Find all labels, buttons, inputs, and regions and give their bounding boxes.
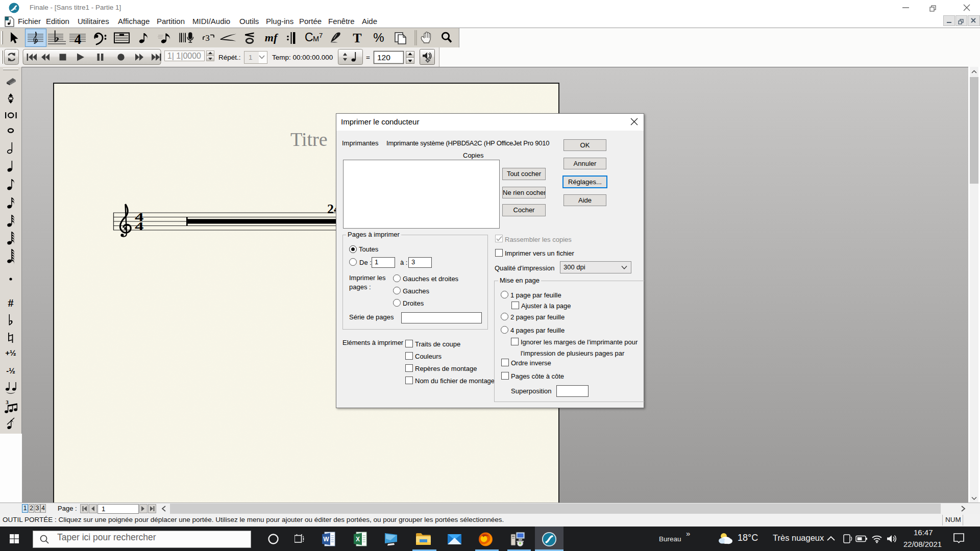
svg-text:1| 1|0000: 1| 1|0000 xyxy=(167,52,201,60)
svg-text:%: % xyxy=(373,31,384,44)
svg-text:-½: -½ xyxy=(6,366,15,375)
svg-text:W: W xyxy=(323,536,329,543)
svg-text:=: = xyxy=(366,54,370,61)
svg-text:Temp: 00:00:00.000: Temp: 00:00:00.000 xyxy=(272,54,333,61)
svg-text:4: 4 xyxy=(135,220,144,233)
svg-text:120: 120 xyxy=(377,53,390,62)
svg-text:C: C xyxy=(305,31,313,44)
svg-text:3: 3 xyxy=(6,399,9,405)
svg-text:mf: mf xyxy=(265,31,279,44)
svg-text:T: T xyxy=(353,31,361,45)
svg-text:4: 4 xyxy=(75,32,82,47)
svg-text:#: # xyxy=(8,296,14,309)
svg-text:Répét.:: Répét.: xyxy=(218,54,241,61)
svg-text:7: 7 xyxy=(319,32,323,39)
svg-text:M: M xyxy=(313,35,319,43)
svg-text:1: 1 xyxy=(249,54,253,61)
svg-text:3: 3 xyxy=(205,33,210,43)
svg-text:X: X xyxy=(356,536,360,543)
svg-text:+½: +½ xyxy=(5,348,16,357)
